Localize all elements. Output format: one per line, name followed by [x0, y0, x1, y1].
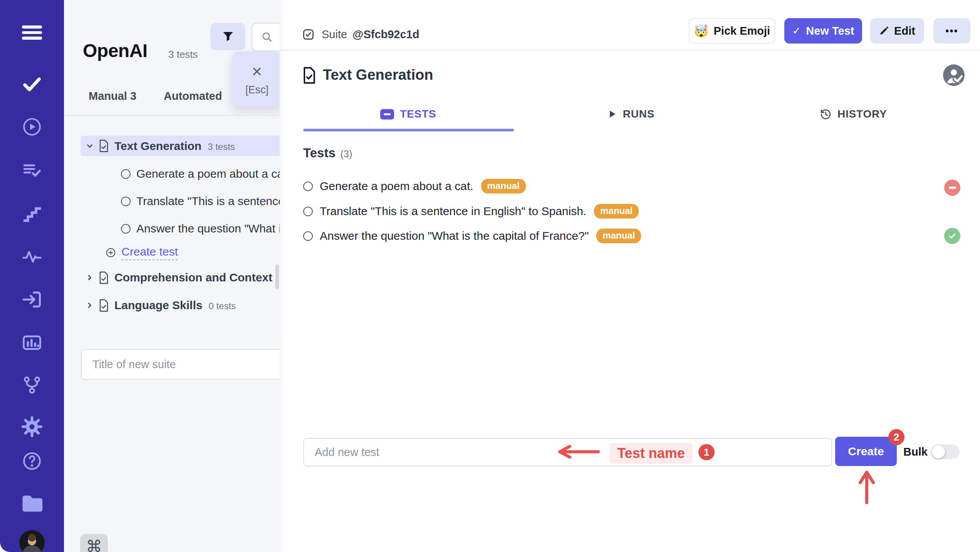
test-name: Answer the question "What is the capital… [320, 229, 589, 242]
test-bullet-icon [121, 197, 131, 206]
history-clock-icon [820, 108, 832, 120]
status-blocked-icon[interactable] [944, 180, 960, 196]
toggle-knob[interactable] [932, 445, 945, 458]
edit-button[interactable]: Edit [870, 18, 924, 44]
tree-suite-count: 0 tests [208, 299, 236, 311]
annotation-test-name-label: Test name [609, 443, 693, 464]
test-bullet-icon[interactable] [303, 231, 313, 241]
chevron-down-icon[interactable] [86, 142, 94, 150]
tree-suite-label: Text Generation [114, 140, 201, 153]
tree-suite-count: 3 tests [208, 140, 235, 152]
git-fork-icon[interactable] [0, 375, 64, 395]
new-test-label: New Test [806, 25, 854, 37]
user-avatar[interactable] [0, 530, 64, 552]
filter-button[interactable] [210, 23, 245, 50]
annotation-step-1-badge: 1 [698, 444, 715, 460]
steps-icon[interactable] [0, 203, 64, 225]
chevron-right-icon[interactable] [86, 301, 94, 310]
test-bullet-icon[interactable] [303, 182, 313, 191]
app-root: OpenAI 3 tests × [Esc] Manual 3 Automate… [0, 0, 980, 552]
pick-emoji-label: Pick Emoji [714, 25, 770, 37]
header-divider [280, 50, 980, 50]
create-button[interactable]: Create [835, 437, 897, 466]
tree-test-item[interactable]: Answer the question "What is the capital… [81, 220, 280, 237]
tab-tests[interactable]: TESTS [297, 104, 520, 124]
tab-runs[interactable]: RUNS [520, 104, 742, 124]
playlist-check-icon[interactable] [0, 160, 64, 182]
active-tab-underline [303, 129, 514, 131]
test-row[interactable]: Generate a poem about a cat. manual [303, 177, 526, 195]
search-icon [261, 31, 273, 43]
tree-test-name: Generate a poem about a cat. [136, 167, 280, 180]
esc-hint-label: [Esc] [245, 84, 268, 96]
suites-panel: OpenAI 3 tests × [Esc] Manual 3 Automate… [64, 0, 280, 552]
test-bullet-icon[interactable] [303, 207, 313, 216]
menu-icon[interactable] [0, 25, 64, 40]
tree-test-item[interactable]: Generate a poem about a cat. [81, 165, 280, 183]
tree-test-item[interactable]: Translate "This is a sentence in English… [81, 192, 280, 210]
test-bullet-icon [121, 169, 131, 179]
tree-suite-label: Comprehension and Context [114, 271, 272, 284]
manual-badge: manual [481, 179, 526, 194]
panel-scrollbar[interactable] [275, 264, 279, 289]
manual-badge: manual [594, 204, 639, 219]
bar-chart-icon[interactable] [0, 332, 64, 353]
document-check-icon [99, 140, 109, 152]
org-test-count: 3 tests [168, 49, 198, 61]
tab-manual[interactable]: Manual 3 [89, 90, 136, 103]
tests-check-icon[interactable] [0, 73, 64, 95]
tree-create-test[interactable]: Create test [81, 244, 280, 261]
search-input[interactable] [273, 30, 280, 44]
new-suite-title-input[interactable] [81, 349, 280, 380]
pick-emoji-button[interactable]: 🤯 Pick Emoji [689, 18, 775, 44]
help-icon[interactable] [0, 451, 64, 471]
command-key-button[interactable]: ⌘ [80, 534, 108, 552]
tests-heading-label: Tests [303, 146, 336, 160]
tree-suite-label: Language Skills [114, 299, 202, 312]
tab-runs-label: RUNS [623, 108, 655, 120]
filter-funnel-icon [221, 30, 235, 44]
suite-label: Suite [322, 28, 347, 41]
chevron-right-icon[interactable] [86, 273, 94, 282]
test-row[interactable]: Answer the question "What is the capital… [303, 227, 641, 245]
esc-dismiss-popup[interactable]: × [Esc] [232, 51, 280, 107]
tree-suite-comprehension[interactable]: Comprehension and Context [81, 268, 280, 287]
tree-suite-text-generation[interactable]: Text Generation 3 tests [81, 136, 280, 156]
play-circle-icon[interactable] [0, 116, 64, 137]
suite-id: @Sfcb92c1d [352, 28, 419, 41]
close-icon[interactable]: × [252, 62, 262, 80]
emoji-icon: 🤯 [694, 24, 709, 38]
tree-test-name: Translate "This is a sentence in English… [136, 195, 280, 208]
bulk-toggle[interactable] [931, 444, 960, 459]
suite-header: Suite @Sfcb92c1d [302, 27, 419, 42]
annotation-arrow-up [858, 469, 876, 505]
annotation-step-2-badge: 2 [888, 429, 904, 445]
folder-icon[interactable] [0, 491, 64, 515]
status-passed-icon[interactable] [944, 228, 960, 244]
test-name: Generate a poem about a cat. [320, 180, 473, 193]
create-label: Create [848, 445, 884, 458]
tests-section-heading: Tests (3) [303, 146, 352, 160]
page-title: Text Generation [323, 67, 433, 83]
search-box[interactable] [252, 23, 280, 51]
document-check-icon [99, 299, 109, 312]
create-test-link[interactable]: Create test [121, 245, 178, 260]
test-name: Translate "This is a sentence in English… [320, 205, 586, 218]
manual-badge: manual [596, 229, 641, 243]
new-test-button[interactable]: ✓ New Test [784, 18, 862, 44]
suite-checkbox-icon [302, 28, 315, 41]
settings-gear-icon[interactable] [0, 416, 64, 438]
tab-history-label: HISTORY [837, 108, 887, 120]
check-icon: ✓ [792, 25, 801, 37]
activity-icon[interactable] [0, 246, 64, 267]
tab-history[interactable]: HISTORY [742, 104, 965, 124]
user-check-icon[interactable] [943, 64, 965, 86]
panel-divider [64, 115, 280, 116]
tab-automated[interactable]: Automated [164, 90, 222, 103]
sign-in-icon[interactable] [0, 288, 64, 311]
annotation-arrow-left [555, 444, 601, 459]
more-actions-button[interactable]: ••• [933, 18, 970, 44]
test-row[interactable]: Translate "This is a sentence in English… [303, 202, 639, 220]
tab-tests-label: TESTS [400, 108, 436, 120]
tree-suite-language-skills[interactable]: Language Skills 0 tests [81, 296, 280, 315]
